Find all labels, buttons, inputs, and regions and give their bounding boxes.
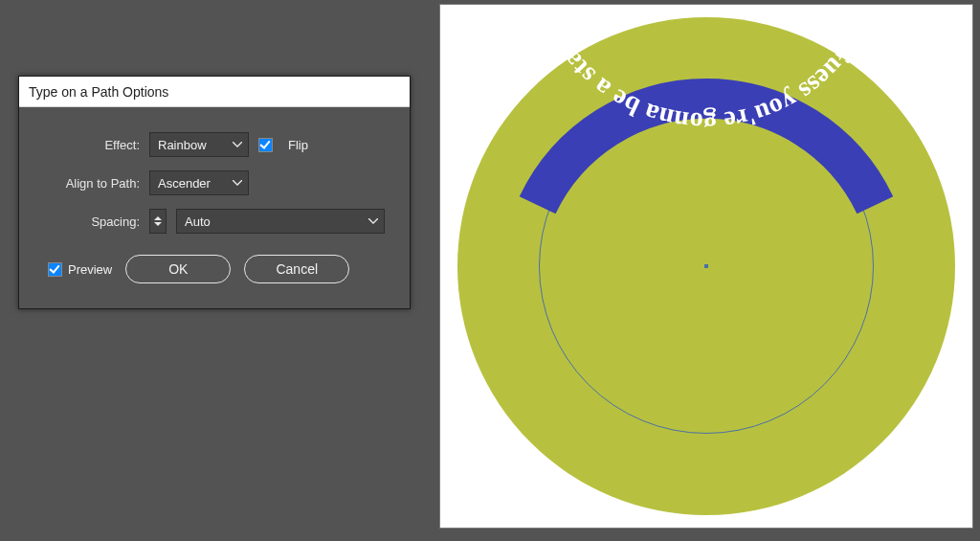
effect-row: Effect: Rainbow Flip: [27, 132, 385, 157]
align-row: Align to Path: Ascender: [27, 170, 385, 195]
artboard: Guess you're gonna be a star: [439, 4, 973, 529]
dialog-buttons: Preview OK Cancel: [27, 255, 385, 283]
type-on-path-svg: Guess you're gonna be a star: [440, 5, 972, 528]
cancel-button[interactable]: Cancel: [244, 255, 349, 283]
caret-up-icon: [154, 216, 162, 220]
spacing-label: Spacing:: [27, 214, 140, 229]
flip-label: Flip: [288, 138, 308, 152]
spacing-row: Spacing: Auto: [27, 209, 385, 234]
spacing-stepper[interactable]: [149, 209, 167, 234]
effect-select[interactable]: Rainbow: [149, 132, 249, 157]
dialog-title: Type on a Path Options: [19, 77, 410, 107]
preview-wrap: Preview: [48, 262, 112, 277]
preview-label: Preview: [68, 262, 112, 277]
spacing-select[interactable]: Auto: [176, 209, 385, 234]
preview-checkbox[interactable]: [48, 262, 62, 277]
align-label: Align to Path:: [27, 176, 140, 191]
spacing-value: Auto: [185, 214, 211, 229]
chevron-down-icon: [368, 218, 378, 224]
caret-down-icon: [154, 222, 162, 226]
chevron-down-icon: [233, 180, 242, 186]
effect-label: Effect:: [27, 138, 140, 152]
chevron-down-icon: [233, 142, 242, 147]
align-value: Ascender: [158, 176, 211, 191]
dialog-body: Effect: Rainbow Flip Align to Path: Asce…: [19, 107, 410, 308]
ok-button[interactable]: OK: [125, 255, 231, 283]
align-select[interactable]: Ascender: [149, 170, 249, 195]
type-on-path-dialog: Type on a Path Options Effect: Rainbow F…: [18, 76, 411, 309]
effect-value: Rainbow: [158, 138, 207, 152]
flip-checkbox[interactable]: [258, 138, 273, 152]
